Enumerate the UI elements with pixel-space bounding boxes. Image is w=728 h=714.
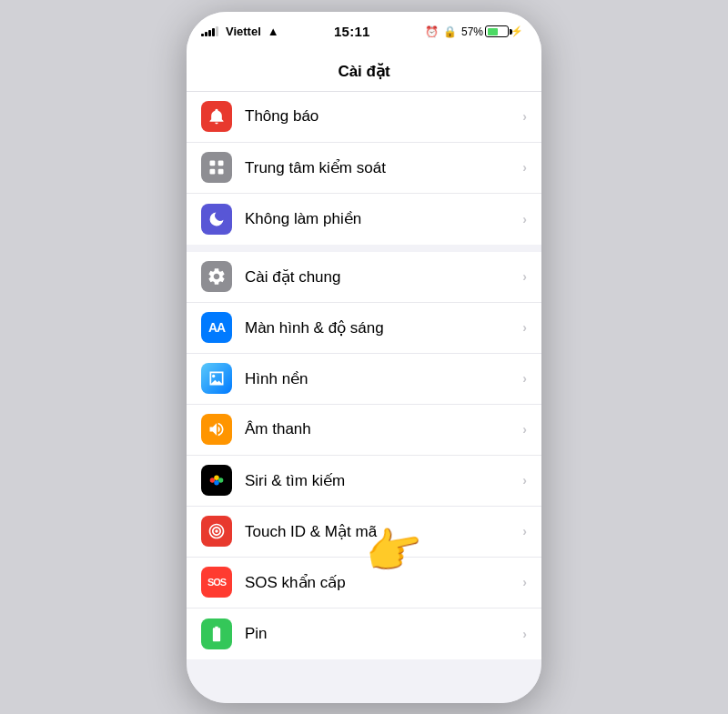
- status-bar: Viettel ▲ 15:11 ⏰ 🔒 57% ⚡: [187, 12, 541, 52]
- settings-scroll[interactable]: Thông báo › Trung tâm kiểm soát ›: [187, 92, 541, 703]
- siri-label: Siri & tìm kiếm: [245, 471, 517, 490]
- phone-frame: Viettel ▲ 15:11 ⏰ 🔒 57% ⚡ Cài đặt: [187, 12, 541, 703]
- lock-icon: 🔒: [443, 25, 457, 38]
- settings-item-am-thanh[interactable]: Âm thanh ›: [187, 405, 541, 456]
- thong-bao-chevron: ›: [522, 109, 527, 124]
- status-right: ⏰ 🔒 57% ⚡: [425, 25, 523, 38]
- wallpaper-icon: [207, 369, 226, 387]
- man-hinh-icon-wrapper: AA: [201, 312, 232, 343]
- siri-chevron: ›: [522, 473, 527, 488]
- svg-point-4: [212, 375, 215, 377]
- battery-fill: [488, 28, 499, 35]
- signal-bar-5: [216, 26, 218, 36]
- pin-label: Pin: [245, 625, 517, 643]
- am-thanh-label: Âm thanh: [245, 420, 517, 438]
- svg-point-7: [218, 478, 224, 483]
- alarm-icon: ⏰: [425, 25, 439, 38]
- siri-icon-wrapper: [201, 465, 232, 496]
- khong-lam-icon-wrapper: [201, 204, 232, 235]
- gear-icon: [207, 266, 227, 287]
- am-thanh-icon-wrapper: [201, 414, 232, 445]
- settings-item-pin[interactable]: Pin ›: [187, 608, 541, 659]
- thong-bao-icon-wrapper: [201, 101, 232, 132]
- sos-chevron: ›: [522, 575, 527, 589]
- status-time: 15:11: [334, 24, 370, 39]
- battery-container: 57% ⚡: [461, 25, 523, 38]
- sos-text-icon: SOS: [207, 577, 226, 588]
- settings-list-1: Thông báo › Trung tâm kiểm soát ›: [187, 92, 541, 245]
- settings-item-khong-lam[interactable]: Không làm phiền ›: [187, 194, 541, 245]
- settings-item-touch-id[interactable]: Touch ID & Mật mã ›: [187, 507, 541, 558]
- am-thanh-chevron: ›: [522, 422, 527, 437]
- signal-bar-3: [208, 30, 211, 36]
- trung-tam-chevron: ›: [522, 160, 527, 175]
- signal-bar-2: [205, 32, 207, 36]
- hinh-nen-chevron: ›: [522, 371, 527, 386]
- touch-id-chevron: ›: [522, 524, 527, 538]
- signal-bar-4: [212, 28, 215, 36]
- sos-label: SOS khẩn cấp: [245, 573, 517, 592]
- svg-rect-3: [218, 169, 224, 175]
- svg-point-5: [210, 478, 216, 483]
- charging-icon: ⚡: [511, 25, 523, 37]
- battery-percent: 57%: [461, 25, 483, 38]
- signal-bar-1: [201, 34, 204, 36]
- pin-chevron: ›: [522, 627, 527, 641]
- man-hinh-label: Màn hình & độ sáng: [245, 318, 517, 337]
- carrier-label: Viettel: [226, 25, 261, 38]
- wifi-icon: ▲: [268, 25, 279, 38]
- settings-item-man-hinh[interactable]: AA Màn hình & độ sáng ›: [187, 303, 541, 354]
- settings-list-2: Cài đặt chung › AA Màn hình & độ sáng ›: [187, 252, 541, 659]
- trung-tam-label: Trung tâm kiểm soát: [245, 158, 517, 177]
- sos-icon-wrapper: SOS: [201, 567, 232, 598]
- settings-item-trung-tam[interactable]: Trung tâm kiểm soát ›: [187, 143, 541, 194]
- khong-lam-chevron: ›: [522, 212, 527, 226]
- svg-rect-2: [210, 169, 216, 175]
- thong-bao-label: Thông báo: [245, 107, 517, 126]
- svg-rect-1: [218, 161, 224, 166]
- battery-icon: [485, 25, 509, 37]
- settings-group-1: Thông báo › Trung tâm kiểm soát ›: [187, 92, 541, 245]
- signal-bars: [201, 26, 218, 36]
- hinh-nen-icon-wrapper: [201, 363, 232, 394]
- battery-settings-icon: [207, 625, 226, 643]
- settings-item-sos[interactable]: SOS SOS khẩn cấp ›: [187, 558, 541, 608]
- settings-group-2: Cài đặt chung › AA Màn hình & độ sáng ›: [187, 252, 541, 659]
- status-left: Viettel ▲: [201, 25, 279, 38]
- moon-icon: [207, 210, 226, 228]
- pin-icon-wrapper: [201, 618, 232, 649]
- svg-rect-0: [210, 161, 216, 166]
- bell-icon: [207, 107, 226, 126]
- settings-item-siri[interactable]: Siri & tìm kiếm ›: [187, 456, 541, 507]
- settings-item-thong-bao[interactable]: Thông báo ›: [187, 92, 541, 143]
- trung-tam-icon-wrapper: [201, 152, 232, 183]
- khong-lam-label: Không làm phiền: [245, 209, 517, 228]
- control-center-icon: [207, 158, 226, 176]
- cai-dat-chung-chevron: ›: [522, 269, 527, 284]
- touch-id-icon-wrapper: [201, 516, 232, 547]
- page-title: Cài đặt: [338, 62, 389, 81]
- settings-item-hinh-nen[interactable]: Hình nền ›: [187, 354, 541, 405]
- touch-id-icon: [207, 522, 226, 540]
- nav-bar: Cài đặt: [187, 52, 541, 92]
- touch-id-label: Touch ID & Mật mã: [245, 522, 517, 541]
- cai-dat-chung-label: Cài đặt chung: [245, 267, 517, 287]
- svg-point-6: [214, 476, 219, 481]
- hinh-nen-label: Hình nền: [245, 369, 517, 388]
- man-hinh-chevron: ›: [522, 320, 527, 335]
- settings-item-cai-dat-chung[interactable]: Cài đặt chung ›: [187, 252, 541, 303]
- svg-point-8: [214, 480, 219, 486]
- siri-icon: [207, 470, 227, 490]
- cai-dat-chung-icon-wrapper: [201, 261, 232, 292]
- aa-icon: AA: [208, 320, 225, 335]
- sound-icon: [207, 420, 226, 438]
